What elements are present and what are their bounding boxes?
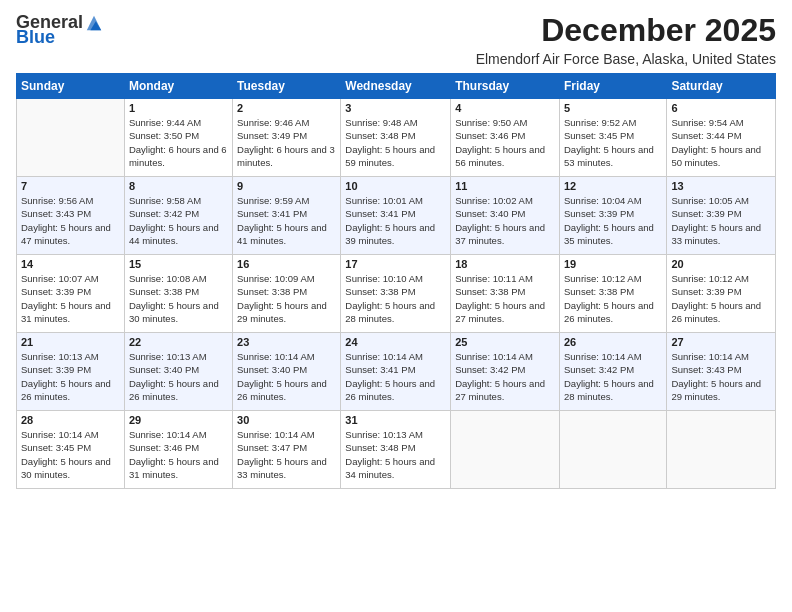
day-header-tuesday: Tuesday (233, 74, 341, 99)
cell-info: Sunrise: 10:14 AMSunset: 3:41 PMDaylight… (345, 350, 446, 403)
calendar-cell: 6Sunrise: 9:54 AMSunset: 3:44 PMDaylight… (667, 99, 776, 177)
calendar-cell: 28Sunrise: 10:14 AMSunset: 3:45 PMDaylig… (17, 411, 125, 489)
day-header-sunday: Sunday (17, 74, 125, 99)
calendar-cell: 10Sunrise: 10:01 AMSunset: 3:41 PMDaylig… (341, 177, 451, 255)
calendar-cell: 8Sunrise: 9:58 AMSunset: 3:42 PMDaylight… (124, 177, 232, 255)
week-row-2: 7Sunrise: 9:56 AMSunset: 3:43 PMDaylight… (17, 177, 776, 255)
cell-info: Sunrise: 9:58 AMSunset: 3:42 PMDaylight:… (129, 194, 228, 247)
calendar-cell: 13Sunrise: 10:05 AMSunset: 3:39 PMDaylig… (667, 177, 776, 255)
cell-info: Sunrise: 10:12 AMSunset: 3:39 PMDaylight… (671, 272, 771, 325)
calendar-cell: 17Sunrise: 10:10 AMSunset: 3:38 PMDaylig… (341, 255, 451, 333)
calendar-cell: 29Sunrise: 10:14 AMSunset: 3:46 PMDaylig… (124, 411, 232, 489)
calendar-cell (559, 411, 666, 489)
cell-info: Sunrise: 10:09 AMSunset: 3:38 PMDaylight… (237, 272, 336, 325)
cell-day-number: 4 (455, 102, 555, 114)
logo: General Blue (16, 12, 103, 48)
cell-day-number: 21 (21, 336, 120, 348)
cell-info: Sunrise: 9:54 AMSunset: 3:44 PMDaylight:… (671, 116, 771, 169)
day-header-friday: Friday (559, 74, 666, 99)
day-header-wednesday: Wednesday (341, 74, 451, 99)
calendar-cell: 2Sunrise: 9:46 AMSunset: 3:49 PMDaylight… (233, 99, 341, 177)
cell-info: Sunrise: 10:02 AMSunset: 3:40 PMDaylight… (455, 194, 555, 247)
cell-info: Sunrise: 9:48 AMSunset: 3:48 PMDaylight:… (345, 116, 446, 169)
month-title: December 2025 (476, 12, 776, 49)
cell-info: Sunrise: 10:14 AMSunset: 3:42 PMDaylight… (564, 350, 662, 403)
cell-info: Sunrise: 9:50 AMSunset: 3:46 PMDaylight:… (455, 116, 555, 169)
cell-day-number: 5 (564, 102, 662, 114)
cell-day-number: 18 (455, 258, 555, 270)
cell-day-number: 1 (129, 102, 228, 114)
cell-day-number: 12 (564, 180, 662, 192)
cell-info: Sunrise: 10:13 AMSunset: 3:40 PMDaylight… (129, 350, 228, 403)
cell-info: Sunrise: 10:01 AMSunset: 3:41 PMDaylight… (345, 194, 446, 247)
calendar-cell: 1Sunrise: 9:44 AMSunset: 3:50 PMDaylight… (124, 99, 232, 177)
cell-info: Sunrise: 10:14 AMSunset: 3:46 PMDaylight… (129, 428, 228, 481)
calendar-cell: 22Sunrise: 10:13 AMSunset: 3:40 PMDaylig… (124, 333, 232, 411)
cell-info: Sunrise: 10:11 AMSunset: 3:38 PMDaylight… (455, 272, 555, 325)
day-header-thursday: Thursday (451, 74, 560, 99)
location-title: Elmendorf Air Force Base, Alaska, United… (476, 51, 776, 67)
cell-info: Sunrise: 10:08 AMSunset: 3:38 PMDaylight… (129, 272, 228, 325)
title-section: December 2025 Elmendorf Air Force Base, … (476, 12, 776, 67)
cell-info: Sunrise: 10:04 AMSunset: 3:39 PMDaylight… (564, 194, 662, 247)
calendar-cell: 30Sunrise: 10:14 AMSunset: 3:47 PMDaylig… (233, 411, 341, 489)
calendar-cell: 26Sunrise: 10:14 AMSunset: 3:42 PMDaylig… (559, 333, 666, 411)
calendar-cell: 4Sunrise: 9:50 AMSunset: 3:46 PMDaylight… (451, 99, 560, 177)
cell-day-number: 22 (129, 336, 228, 348)
calendar-cell: 21Sunrise: 10:13 AMSunset: 3:39 PMDaylig… (17, 333, 125, 411)
cell-day-number: 20 (671, 258, 771, 270)
calendar-cell: 14Sunrise: 10:07 AMSunset: 3:39 PMDaylig… (17, 255, 125, 333)
logo-icon (85, 14, 103, 32)
header: General Blue December 2025 Elmendorf Air… (16, 12, 776, 67)
calendar-cell (17, 99, 125, 177)
page: General Blue December 2025 Elmendorf Air… (0, 0, 792, 612)
calendar-cell: 23Sunrise: 10:14 AMSunset: 3:40 PMDaylig… (233, 333, 341, 411)
cell-info: Sunrise: 10:07 AMSunset: 3:39 PMDaylight… (21, 272, 120, 325)
day-header-saturday: Saturday (667, 74, 776, 99)
cell-info: Sunrise: 9:52 AMSunset: 3:45 PMDaylight:… (564, 116, 662, 169)
cell-info: Sunrise: 10:14 AMSunset: 3:40 PMDaylight… (237, 350, 336, 403)
cell-info: Sunrise: 10:13 AMSunset: 3:48 PMDaylight… (345, 428, 446, 481)
cell-info: Sunrise: 10:14 AMSunset: 3:45 PMDaylight… (21, 428, 120, 481)
cell-day-number: 13 (671, 180, 771, 192)
cell-day-number: 31 (345, 414, 446, 426)
cell-info: Sunrise: 9:56 AMSunset: 3:43 PMDaylight:… (21, 194, 120, 247)
cell-info: Sunrise: 10:10 AMSunset: 3:38 PMDaylight… (345, 272, 446, 325)
week-row-5: 28Sunrise: 10:14 AMSunset: 3:45 PMDaylig… (17, 411, 776, 489)
calendar-cell: 12Sunrise: 10:04 AMSunset: 3:39 PMDaylig… (559, 177, 666, 255)
cell-day-number: 25 (455, 336, 555, 348)
calendar: SundayMondayTuesdayWednesdayThursdayFrid… (16, 73, 776, 489)
cell-day-number: 11 (455, 180, 555, 192)
cell-day-number: 23 (237, 336, 336, 348)
cell-info: Sunrise: 10:05 AMSunset: 3:39 PMDaylight… (671, 194, 771, 247)
cell-day-number: 7 (21, 180, 120, 192)
calendar-cell: 3Sunrise: 9:48 AMSunset: 3:48 PMDaylight… (341, 99, 451, 177)
cell-day-number: 14 (21, 258, 120, 270)
calendar-cell: 15Sunrise: 10:08 AMSunset: 3:38 PMDaylig… (124, 255, 232, 333)
calendar-cell: 19Sunrise: 10:12 AMSunset: 3:38 PMDaylig… (559, 255, 666, 333)
cell-day-number: 2 (237, 102, 336, 114)
cell-day-number: 9 (237, 180, 336, 192)
cell-day-number: 8 (129, 180, 228, 192)
calendar-cell: 18Sunrise: 10:11 AMSunset: 3:38 PMDaylig… (451, 255, 560, 333)
calendar-cell (451, 411, 560, 489)
week-row-1: 1Sunrise: 9:44 AMSunset: 3:50 PMDaylight… (17, 99, 776, 177)
day-header-monday: Monday (124, 74, 232, 99)
cell-info: Sunrise: 10:14 AMSunset: 3:43 PMDaylight… (671, 350, 771, 403)
calendar-cell: 5Sunrise: 9:52 AMSunset: 3:45 PMDaylight… (559, 99, 666, 177)
cell-info: Sunrise: 9:44 AMSunset: 3:50 PMDaylight:… (129, 116, 228, 169)
cell-day-number: 6 (671, 102, 771, 114)
cell-day-number: 26 (564, 336, 662, 348)
header-row: SundayMondayTuesdayWednesdayThursdayFrid… (17, 74, 776, 99)
cell-info: Sunrise: 10:12 AMSunset: 3:38 PMDaylight… (564, 272, 662, 325)
calendar-cell: 9Sunrise: 9:59 AMSunset: 3:41 PMDaylight… (233, 177, 341, 255)
cell-day-number: 17 (345, 258, 446, 270)
logo-blue: Blue (16, 27, 55, 48)
cell-info: Sunrise: 10:14 AMSunset: 3:47 PMDaylight… (237, 428, 336, 481)
cell-day-number: 27 (671, 336, 771, 348)
cell-day-number: 24 (345, 336, 446, 348)
cell-info: Sunrise: 10:14 AMSunset: 3:42 PMDaylight… (455, 350, 555, 403)
calendar-cell: 24Sunrise: 10:14 AMSunset: 3:41 PMDaylig… (341, 333, 451, 411)
cell-day-number: 30 (237, 414, 336, 426)
calendar-cell: 7Sunrise: 9:56 AMSunset: 3:43 PMDaylight… (17, 177, 125, 255)
